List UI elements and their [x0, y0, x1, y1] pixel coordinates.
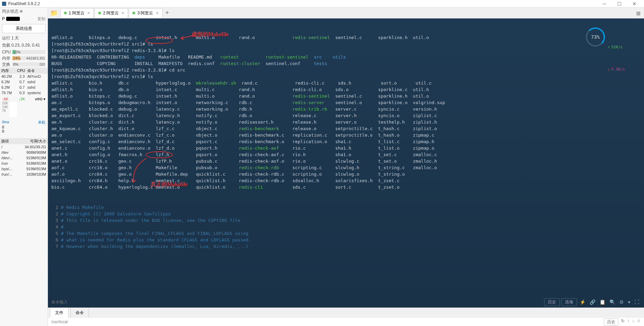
process-table-header: 内存CPU命令	[0, 67, 48, 74]
status-dot-icon	[98, 12, 101, 14]
sync-status: 同步状态	[0, 8, 48, 15]
uptime-text: 运行 1 天	[0, 35, 48, 42]
minimize-button[interactable]: ─	[597, 0, 612, 8]
close-tab-icon[interactable]: ×	[121, 10, 124, 16]
host-dropdown[interactable]: 本机	[38, 120, 46, 125]
disk-row[interactable]: /run/...183M/183M	[0, 172, 48, 177]
fullscreen-icon[interactable]: ⛶	[633, 299, 641, 305]
process-row[interactable]: 40.2M2.3AliYunD	[0, 74, 48, 79]
disk-table: 路径可用/大小 /34.8G/39.2G/dev908M/908M/dev/..…	[0, 138, 48, 177]
app-logo-icon	[2, 2, 6, 6]
maximize-button[interactable]: ☐	[612, 0, 627, 8]
app-title: FinalShell 3.9.2.2	[8, 1, 597, 6]
sync-dot-icon	[20, 10, 23, 13]
cpu-stat: CPU 10%	[0, 49, 48, 55]
net-graph	[10, 102, 17, 117]
ip-redacted	[6, 17, 20, 21]
gear-icon[interactable]: ⚙	[618, 299, 625, 305]
link-icon[interactable]: 🔗	[588, 299, 597, 305]
session-tab[interactable]: 2 阿里云×	[94, 8, 128, 18]
disk-row[interactable]: /dev908M/908M	[0, 150, 48, 155]
net-down: ↓2K	[18, 97, 25, 101]
folder-icon[interactable]: 📁	[48, 9, 60, 17]
upload-icon[interactable]: ↑	[627, 318, 629, 326]
status-dot-icon	[64, 12, 67, 14]
history-button[interactable]: 历史	[544, 298, 560, 306]
latency-panel: 0ms本机 00	[0, 118, 48, 135]
options-button[interactable]: 选项	[561, 298, 577, 306]
tab-command[interactable]: 命令	[70, 308, 89, 318]
process-row[interactable]: 79.7M0.3systemc	[0, 90, 48, 96]
session-tab[interactable]: 3 阿里云×	[129, 8, 162, 18]
refresh-icon[interactable]: ↻	[621, 318, 624, 326]
tab-file[interactable]: 文件	[50, 308, 68, 318]
terminal[interactable]: adlist.o bitops.o debug.c intset.h multi…	[48, 18, 644, 297]
download-icon[interactable]: ↓	[632, 318, 634, 326]
system-info-button[interactable]: 系统信息	[2, 24, 46, 33]
chevron-down-icon[interactable]: ▾	[627, 299, 632, 305]
copy-icon[interactable]: 📋	[598, 299, 607, 305]
titlebar: FinalShell 3.9.2.2 ─ ☐ ✕	[0, 0, 644, 8]
close-tab-icon[interactable]: ×	[87, 10, 90, 16]
close-tab-icon[interactable]: ×	[156, 10, 158, 16]
sidebar: 同步状态 P复制 系统信息 运行 1 天 负载 0.23, 0.29, 0.41…	[0, 8, 48, 326]
disk-row[interactable]: /34.8G/39.2G	[0, 144, 48, 150]
process-row[interactable]: 6.2M0.7sshd	[0, 85, 48, 90]
process-row[interactable]: 6.2M0.7sshd	[0, 79, 48, 85]
path-text: /usr/local	[51, 319, 68, 324]
tab-bar: 📁 1 阿里云×2 阿里云×3 阿里云× + ▦	[48, 8, 644, 18]
net-iface-dropdown[interactable]: eth0 ▾	[35, 97, 46, 101]
perf-gauge: 73% ↑52K/s ↓5.3K/s	[586, 25, 630, 49]
swap-stat: 交换 0%0/0	[0, 61, 48, 67]
bottom-tabs: 文件 命令	[48, 308, 644, 318]
bolt-icon[interactable]: ⚡	[578, 299, 587, 305]
arrow-down-icon: ↓	[608, 66, 610, 73]
copy-ip-button[interactable]: 复制	[37, 16, 46, 22]
search-icon[interactable]: 🔍	[608, 299, 617, 305]
arrow-up-icon: ↑	[608, 44, 610, 50]
command-input[interactable]	[51, 300, 544, 304]
command-bar: 历史 选项 ⚡ 🔗 📋 🔍 ⚙ ▾ ⛶	[48, 297, 644, 308]
path-bar: /usr/local 历史 ↻ ↑ ↓ ☆	[48, 318, 644, 326]
mem-stat: 内存 24%441M/1.8G	[0, 55, 48, 61]
bookmark-icon[interactable]: ☆	[637, 318, 641, 326]
close-button[interactable]: ✕	[627, 0, 642, 8]
status-dot-icon	[132, 12, 135, 14]
content-area: 📁 1 阿里云×2 阿里云×3 阿里云× + ▦ adlist.o bitops…	[48, 8, 644, 326]
load-text: 负载 0.23, 0.29, 0.41	[0, 42, 48, 49]
gauge-circle-icon: 73%	[586, 27, 605, 47]
path-history-button[interactable]: 历史	[604, 318, 618, 326]
grid-layout-icon[interactable]: ▦	[636, 10, 641, 16]
add-tab-button[interactable]: +	[163, 9, 171, 16]
session-tab[interactable]: 1 阿里云×	[60, 8, 94, 18]
network-panel: ↑6K↓2Keth0 ▾ 20K14K7K	[0, 96, 48, 118]
net-up: ↑6K	[2, 97, 9, 101]
disk-row[interactable]: /sys/...919M/919M	[0, 166, 48, 172]
disk-row[interactable]: /dev/...919M/919M	[0, 155, 48, 161]
disk-row[interactable]: /run918M/919M	[0, 161, 48, 166]
ip-row: P复制	[0, 15, 48, 23]
